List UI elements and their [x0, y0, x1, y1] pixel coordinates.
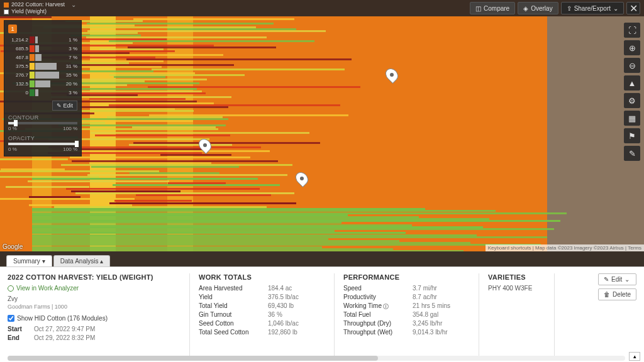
- legend-histogram: 1,214.21 %685.53 %467.87 %375.531 %276.7…: [8, 36, 77, 97]
- chevron-down-icon: ⌄: [71, 1, 76, 8]
- legend-row: 685.53 %: [8, 45, 77, 53]
- panel-title: 2022 COTTON HARVEST: YIELD (WEIGHT): [8, 273, 180, 281]
- map-tools: ⛶ ⊕ ⊖ ▲ ⚙ ▦ ⚑ ✎: [624, 23, 640, 161]
- metric-row: Yield376.5 lb/ac: [199, 293, 325, 300]
- view-work-analyzer-link[interactable]: View in Work Analyzer: [8, 285, 180, 292]
- owner-name: Zvy: [8, 295, 180, 302]
- zoom-out-button[interactable]: ⊖: [624, 58, 640, 73]
- overlay-icon: ◈: [523, 5, 528, 12]
- map-attribution: Keyboard shortcuts | Map data ©2023 Imag…: [486, 244, 644, 251]
- info-icon[interactable]: i: [383, 304, 389, 309]
- summary-panel: 2022 COTTON HARVEST: YIELD (WEIGHT) View…: [0, 266, 644, 362]
- contour-label: CONTOUR: [8, 114, 77, 121]
- end-time: Oct 29, 2022 8:32 PM: [34, 334, 95, 341]
- legend-row: 375.531 %: [8, 62, 77, 70]
- metric-row: Area Harvested184.4 ac: [199, 285, 325, 292]
- summary-col-work: WORK TOTALS Area Harvested184.4 acYield3…: [190, 273, 335, 359]
- compare-icon: ◫: [475, 5, 481, 12]
- top-actions: ◫Compare ◈Overlay ⇪Share/Export⌄ ✕: [470, 2, 640, 14]
- field-map[interactable]: Google Keyboard shortcuts | Map data ©20…: [0, 16, 644, 251]
- opacity-label: OPACITY: [8, 135, 77, 141]
- metric-row: Throughput (Dry)3,245 lb/hr: [343, 320, 470, 327]
- metric-row: Gin Turnout36 %: [199, 311, 325, 318]
- legend-badge: 1: [8, 25, 17, 33]
- close-icon: ✕: [630, 3, 638, 14]
- layer2-label: Yield (Weight): [11, 8, 47, 15]
- metric-row: Productivity8.7 ac/hr: [343, 293, 470, 300]
- scrollbar-thumb[interactable]: [8, 356, 378, 361]
- settings-button[interactable]: ⚙: [624, 93, 640, 108]
- farm-name: Goodman Farms | 1000: [8, 304, 180, 310]
- flag-button[interactable]: ⚑: [624, 128, 640, 143]
- metric-row: Working Timei21 hrs 5 mins: [343, 302, 470, 309]
- tab-summary[interactable]: Summary ▾: [6, 255, 52, 266]
- overlay-button[interactable]: ◈Overlay: [518, 2, 558, 14]
- metric-row: Throughput (Wet)9,014.3 lb/hr: [343, 329, 470, 336]
- metric-row: Seed Cotton1,046 lb/ac: [199, 320, 325, 327]
- start-time: Oct 27, 2022 9:47 PM: [34, 326, 95, 332]
- draw-button[interactable]: ✎: [624, 146, 640, 161]
- google-logo: Google: [3, 243, 23, 250]
- legend-row: 276.735 %: [8, 71, 77, 79]
- share-export-button[interactable]: ⇪Share/Export⌄: [561, 2, 624, 14]
- legend-row: 1,214.21 %: [8, 36, 77, 44]
- close-button[interactable]: ✕: [626, 2, 640, 14]
- legend-row: 467.87 %: [8, 53, 77, 62]
- summary-actions: ✎ Edit ⌄ 🗑 Delete: [591, 273, 636, 359]
- bottom-tabs: Summary ▾ Data Analysis ▴: [6, 255, 110, 266]
- metric-row: Total Seed Cotton192,860 lb: [199, 329, 325, 336]
- opacity-slider[interactable]: [8, 143, 77, 145]
- top-bar: 2022 Cotton: Harvest⌄ Yield (Weight) ◫Co…: [0, 0, 644, 16]
- share-icon: ⇪: [567, 5, 572, 12]
- layer-selector[interactable]: 2022 Cotton: Harvest⌄ Yield (Weight): [4, 1, 76, 15]
- tab-data-analysis[interactable]: Data Analysis ▴: [53, 255, 111, 266]
- collapse-panel-button[interactable]: ▴: [629, 352, 640, 361]
- chevron-up-icon: ▴: [100, 258, 103, 265]
- metric-row: Speed3.7 mi/hr: [343, 285, 470, 292]
- variety-name: PHY 400 W3FE: [488, 285, 545, 292]
- metric-row: Total Fuel354.8 gal: [343, 311, 470, 318]
- zoom-in-button[interactable]: ⊕: [624, 40, 640, 55]
- legend-panel: 1 1,214.21 %685.53 %467.87 %375.531 %276…: [4, 20, 82, 156]
- locate-button[interactable]: ▲: [624, 75, 640, 90]
- legend-edit-button[interactable]: ✎ Edit: [52, 101, 77, 111]
- layer1-swatch: [4, 3, 9, 8]
- metric-row: Total Yield69,430 lb: [199, 302, 325, 309]
- legend-row: 132.520 %: [8, 80, 77, 88]
- layer1-label: 2022 Cotton: Harvest: [11, 1, 65, 8]
- legend-row: 03 %: [8, 89, 77, 97]
- chevron-down-icon: ▾: [42, 258, 45, 265]
- delete-button[interactable]: 🗑 Delete: [598, 288, 636, 300]
- contour-slider[interactable]: [8, 122, 77, 124]
- summary-col-varieties: VARIETIES PHY 400 W3FE: [479, 273, 555, 359]
- show-hid-checkbox[interactable]: Show HID Cotton (176 Modules): [8, 315, 180, 322]
- chevron-down-icon: ⌄: [613, 5, 618, 12]
- fullscreen-button[interactable]: ⛶: [624, 23, 640, 38]
- summary-col-info: 2022 COTTON HARVEST: YIELD (WEIGHT) View…: [8, 273, 190, 359]
- compare-button[interactable]: ◫Compare: [470, 2, 515, 14]
- edit-button[interactable]: ✎ Edit ⌄: [598, 273, 636, 285]
- layers-button[interactable]: ▦: [624, 111, 640, 126]
- layer2-swatch: [4, 9, 9, 14]
- horizontal-scrollbar[interactable]: [8, 356, 625, 361]
- analyzer-icon: [8, 285, 14, 292]
- summary-col-performance: PERFORMANCE Speed3.7 mi/hrProductivity8.…: [335, 273, 479, 359]
